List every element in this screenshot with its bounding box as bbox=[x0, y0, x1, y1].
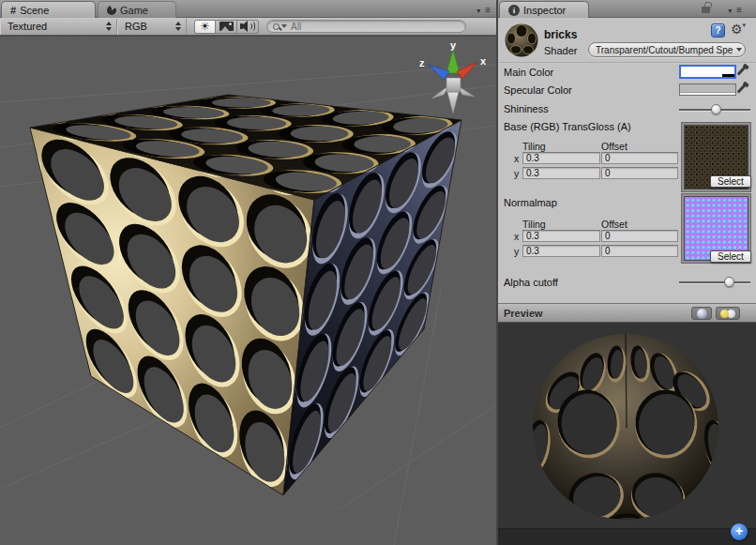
gizmo-x-cone[interactable] bbox=[457, 62, 477, 79]
shader-dropdown[interactable]: Transparent/Cutout/Bumped Spe bbox=[588, 42, 746, 57]
lock-icon[interactable] bbox=[702, 7, 710, 13]
draw-mode-dropdown[interactable]: Textured bbox=[0, 19, 117, 35]
base-texture-label: Base (RGB) TransGloss (A) bbox=[504, 121, 631, 132]
gizmo-x-label: x bbox=[480, 55, 487, 67]
shader-label: Shader bbox=[544, 45, 577, 56]
sphere-preview-icon bbox=[697, 309, 707, 319]
tab-scene-label: Scene bbox=[20, 5, 49, 16]
skybox-toggle-button[interactable] bbox=[216, 20, 237, 34]
alpha-cutoff-slider[interactable] bbox=[679, 277, 750, 288]
inspector-panel: Inspector ▾ ≡ bbox=[498, 0, 756, 545]
material-ball-icon bbox=[504, 23, 539, 58]
preview-shape-button[interactable] bbox=[691, 307, 712, 320]
y-axis-label: y bbox=[514, 246, 519, 257]
scene-viewport[interactable]: y x z bbox=[0, 37, 497, 545]
image-icon bbox=[219, 22, 234, 31]
search-filter-arrow-icon bbox=[281, 24, 287, 28]
offset-header: Offset bbox=[601, 141, 627, 152]
lighting-toggle-button[interactable] bbox=[194, 20, 216, 34]
audio-toggle-button[interactable] bbox=[237, 20, 259, 34]
search-input[interactable] bbox=[291, 22, 460, 32]
render-channel-dropdown[interactable]: RGB bbox=[117, 19, 187, 35]
alpha-strip bbox=[680, 92, 735, 95]
main-color-label: Main Color bbox=[504, 67, 553, 78]
tab-scene[interactable]: Scene bbox=[1, 1, 96, 18]
material-name: bricks bbox=[544, 28, 577, 41]
unity-editor-window: Scene Game ▾ ≡ Textured RGB bbox=[0, 0, 756, 545]
panel-menu-icon[interactable]: ▾ ≡ bbox=[476, 5, 491, 15]
updown-arrows-icon bbox=[106, 22, 112, 31]
tab-inspector-label: Inspector bbox=[523, 5, 566, 16]
preview-sphere-render bbox=[498, 323, 756, 545]
eyedropper-icon[interactable] bbox=[737, 66, 747, 75]
preview-lighting-button[interactable] bbox=[716, 307, 740, 320]
normalmap-label: Normalmap bbox=[504, 197, 557, 208]
tiling-header: Tiling bbox=[522, 219, 546, 230]
scene-orientation-gizmo[interactable]: y x z bbox=[419, 39, 487, 114]
tab-inspector[interactable]: Inspector bbox=[499, 1, 589, 18]
info-icon bbox=[508, 5, 520, 16]
search-icon bbox=[273, 23, 280, 30]
normal-tiling-y-input[interactable] bbox=[522, 245, 600, 257]
gizmo-center-cube[interactable] bbox=[446, 78, 461, 92]
plus-icon[interactable] bbox=[731, 523, 748, 540]
gizmo-y-label: y bbox=[450, 39, 457, 51]
scene-search-field[interactable] bbox=[266, 20, 466, 33]
x-axis-label: x bbox=[514, 153, 519, 164]
bricks-cube-mesh[interactable] bbox=[0, 54, 497, 545]
alpha-cutoff-label: Alpha cutoff bbox=[504, 277, 558, 288]
sun-icon bbox=[200, 21, 210, 32]
shader-dropdown-value: Transparent/Cutout/Bumped Spe bbox=[596, 45, 733, 55]
help-icon[interactable] bbox=[711, 23, 725, 38]
base-offset-x-input[interactable] bbox=[601, 152, 678, 164]
scene-toolbar: Textured RGB bbox=[0, 18, 497, 36]
x-axis-label: x bbox=[514, 231, 519, 242]
gizmo-z-label: z bbox=[419, 57, 425, 68]
slider-track bbox=[679, 281, 750, 283]
material-inspector: bricks Shader Transparent/Cutout/Bumped … bbox=[498, 19, 756, 303]
gear-icon[interactable] bbox=[731, 22, 746, 37]
updown-arrows-icon bbox=[175, 22, 181, 31]
material-preview-area[interactable] bbox=[498, 323, 756, 545]
base-tiling-y-input[interactable] bbox=[522, 167, 600, 179]
base-tiling-x-input[interactable] bbox=[522, 152, 600, 164]
base-select-button[interactable]: Select bbox=[710, 175, 751, 188]
alpha-cutoff-slider-thumb[interactable] bbox=[724, 277, 734, 287]
shininess-slider-thumb[interactable] bbox=[711, 104, 721, 114]
lighting-toggle-icon bbox=[720, 309, 735, 319]
pacman-icon bbox=[107, 6, 116, 15]
audio-icon bbox=[240, 21, 255, 32]
inspector-menu-icon[interactable]: ▾ ≡ bbox=[728, 5, 743, 15]
normal-offset-y-input[interactable] bbox=[601, 245, 678, 257]
preview-title: Preview bbox=[504, 308, 543, 319]
scene-3d-render: y x z bbox=[0, 37, 497, 545]
header-divider bbox=[498, 62, 756, 64]
eyedropper-icon[interactable] bbox=[737, 83, 747, 93]
gizmo-z-cone[interactable] bbox=[429, 65, 449, 80]
shininess-label: Shininess bbox=[504, 103, 549, 114]
draw-mode-label: Textured bbox=[8, 21, 47, 32]
base-offset-y-input[interactable] bbox=[601, 167, 678, 179]
scene-tabbar: Scene Game ▾ ≡ bbox=[0, 0, 497, 18]
preview-header[interactable]: Preview bbox=[498, 303, 756, 323]
y-axis-label: y bbox=[514, 168, 519, 179]
main-color-swatch[interactable] bbox=[679, 65, 736, 79]
chevron-down-icon bbox=[736, 48, 742, 52]
tab-game-label: Game bbox=[120, 5, 148, 16]
view-toggle-group bbox=[194, 20, 259, 34]
gizmo-y-cone[interactable] bbox=[446, 50, 460, 73]
tiling-header: Tiling bbox=[522, 141, 546, 152]
normal-offset-x-input[interactable] bbox=[601, 230, 678, 242]
offset-header: Offset bbox=[601, 219, 627, 230]
normal-tiling-x-input[interactable] bbox=[522, 230, 600, 242]
shininess-slider[interactable] bbox=[679, 104, 750, 115]
alpha-strip bbox=[722, 74, 734, 77]
inspector-tabbar: Inspector ▾ ≡ bbox=[498, 0, 756, 18]
render-channel-label: RGB bbox=[125, 21, 147, 32]
specular-color-swatch[interactable] bbox=[679, 83, 736, 96]
grid-icon bbox=[10, 5, 16, 16]
normalmap-select-button[interactable]: Select bbox=[710, 250, 751, 263]
specular-color-label: Specular Color bbox=[504, 84, 572, 96]
tab-game[interactable]: Game bbox=[98, 1, 176, 18]
preview-footer-strip bbox=[498, 528, 756, 545]
